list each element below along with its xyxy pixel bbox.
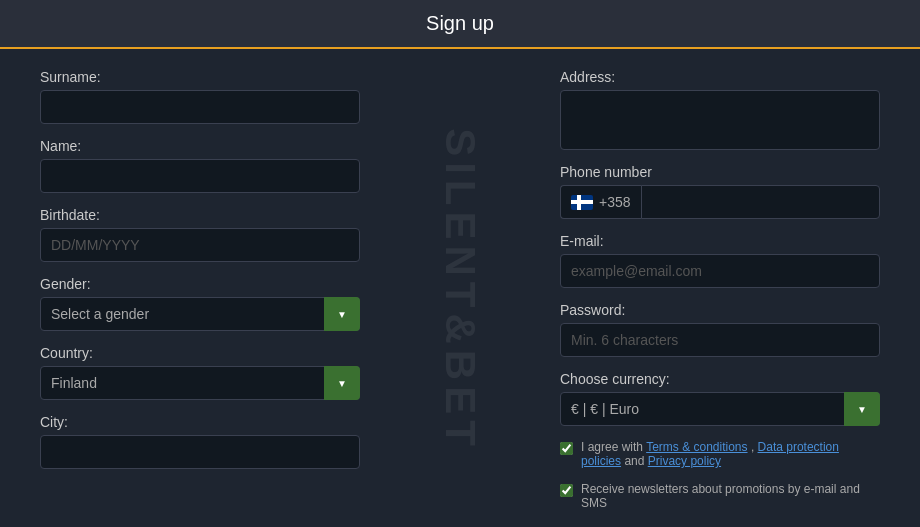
country-select-wrapper: Finland Sweden — [40, 366, 360, 400]
terms-text-between: , — [751, 440, 758, 454]
terms-text-before: I agree with — [581, 440, 646, 454]
country-label: Country: — [40, 345, 360, 361]
name-group: Name: — [40, 138, 360, 193]
terms-text-and: and — [624, 454, 647, 468]
newsletter-label: Receive newsletters about promotions by … — [581, 482, 880, 510]
currency-label: Choose currency: — [560, 371, 880, 387]
phone-label: Phone number — [560, 164, 880, 180]
name-input[interactable] — [40, 159, 360, 193]
currency-select[interactable]: € | € | Euro $ | USD | Dollar — [560, 392, 880, 426]
newsletter-checkbox[interactable] — [560, 484, 573, 497]
terms-checkbox[interactable] — [560, 442, 573, 455]
phone-code: +358 — [599, 194, 631, 210]
country-select[interactable]: Finland Sweden — [40, 366, 360, 400]
finland-flag-icon — [571, 195, 593, 210]
phone-row: +358 — [560, 185, 880, 219]
center-watermark-col: SILENT&BET — [380, 69, 540, 510]
city-group: City: — [40, 414, 360, 469]
title-bar: Sign up — [0, 0, 920, 49]
city-label: City: — [40, 414, 360, 430]
terms-checkbox-row: I agree with Terms & conditions , Data p… — [560, 440, 880, 468]
currency-select-wrapper: € | € | Euro $ | USD | Dollar — [560, 392, 880, 426]
name-label: Name: — [40, 138, 360, 154]
password-label: Password: — [560, 302, 880, 318]
page-title: Sign up — [12, 12, 908, 35]
currency-group: Choose currency: € | € | Euro $ | USD | … — [560, 371, 880, 426]
left-column: Surname: Name: Birthdate: Gender: Select… — [40, 69, 380, 510]
terms-link[interactable]: Terms & conditions — [646, 440, 747, 454]
newsletter-checkbox-row: Receive newsletters about promotions by … — [560, 482, 880, 510]
email-label: E-mail: — [560, 233, 880, 249]
email-input[interactable] — [560, 254, 880, 288]
right-column: Address: Phone number +358 E-mail: Passw… — [540, 69, 880, 510]
gender-label: Gender: — [40, 276, 360, 292]
terms-label: I agree with Terms & conditions , Data p… — [581, 440, 880, 468]
phone-input[interactable] — [641, 185, 880, 219]
address-input[interactable] — [560, 90, 880, 150]
privacy-policy-link[interactable]: Privacy policy — [648, 454, 721, 468]
phone-flag-display: +358 — [560, 185, 641, 219]
country-group: Country: Finland Sweden — [40, 345, 360, 400]
birthdate-label: Birthdate: — [40, 207, 360, 223]
gender-select[interactable]: Select a gender Male Female Other — [40, 297, 360, 331]
surname-group: Surname: — [40, 69, 360, 124]
birthdate-input[interactable] — [40, 228, 360, 262]
phone-group: Phone number +358 — [560, 164, 880, 219]
password-input[interactable] — [560, 323, 880, 357]
city-input[interactable] — [40, 435, 360, 469]
gender-group: Gender: Select a gender Male Female Othe… — [40, 276, 360, 331]
email-group: E-mail: — [560, 233, 880, 288]
surname-label: Surname: — [40, 69, 360, 85]
password-group: Password: — [560, 302, 880, 357]
address-group: Address: — [560, 69, 880, 150]
surname-input[interactable] — [40, 90, 360, 124]
gender-select-wrapper: Select a gender Male Female Other — [40, 297, 360, 331]
watermark-text: SILENT&BET — [436, 128, 484, 452]
address-label: Address: — [560, 69, 880, 85]
birthdate-group: Birthdate: — [40, 207, 360, 262]
